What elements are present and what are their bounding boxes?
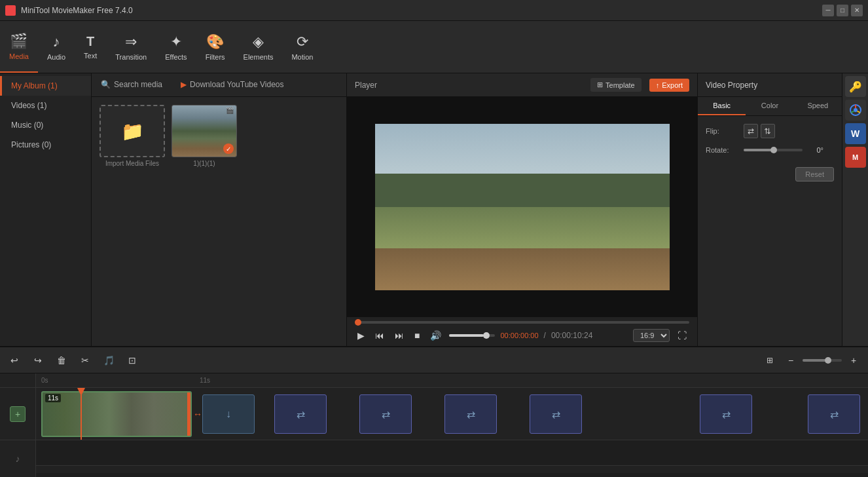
import-folder-icon: 📁 — [121, 121, 144, 142]
transition-block-7[interactable]: ⇄ — [808, 394, 860, 434]
prev-frame-button[interactable]: ⏮ — [372, 329, 387, 342]
zoom-slider[interactable] — [803, 359, 842, 362]
video-clip-thumb[interactable]: 🎬 ✓ — [172, 105, 237, 157]
clip-resize-handle[interactable] — [187, 392, 191, 436]
sidebar-item-music[interactable]: Music (0) — [0, 115, 91, 135]
toolbar-effects[interactable]: ✦ Effects — [156, 21, 196, 73]
template-button[interactable]: ⊞ Template — [590, 78, 642, 92]
sidebar: My Album (1) Videos (1) Music (0) Pictur… — [0, 73, 92, 346]
play-button[interactable]: ▶ — [355, 329, 367, 342]
reset-button[interactable]: Reset — [795, 167, 834, 181]
timeline-scrollbar[interactable] — [36, 465, 868, 473]
toolbar-motion[interactable]: ⟳ Motion — [282, 21, 322, 73]
media-icon: 🎬 — [10, 33, 27, 50]
next-frame-button[interactable]: ⏭ — [392, 329, 407, 342]
flip-vertical-button[interactable]: ⇄ — [761, 124, 775, 138]
timeline-body: + ♪ 0s 11s 11s — [0, 373, 868, 477]
transition-block-4[interactable]: ⇄ — [444, 394, 497, 434]
os-icon-word[interactable]: W — [845, 123, 866, 144]
tab-speed[interactable]: Speed — [794, 97, 842, 115]
ruler-mark-11s: 11s — [200, 377, 210, 384]
transition-block-3[interactable]: ⇄ — [359, 394, 412, 434]
search-media-tab[interactable]: 🔍 Search media — [92, 73, 172, 96]
close-button[interactable]: ✕ — [851, 5, 863, 16]
transition-arrow-icon-7: ⇄ — [830, 408, 839, 421]
toolbar-elements-label: Elements — [244, 53, 274, 61]
svg-line-4 — [851, 111, 854, 113]
flip-horizontal-button[interactable]: ⇄ — [744, 124, 758, 138]
download-youtube-label: Download YouTube Videos — [190, 80, 283, 89]
text-icon: T — [86, 34, 94, 49]
clip-label: 1)(1)(1) — [193, 160, 215, 167]
toolbar-transition[interactable]: ⇒ Transition — [106, 21, 156, 73]
export-button[interactable]: ↑ Export — [649, 79, 689, 92]
audio-button[interactable]: 🎵 — [99, 351, 118, 370]
crop-button[interactable]: ⊡ — [123, 351, 141, 370]
rotate-row: Rotate: 0° — [706, 146, 834, 154]
aspect-ratio-select[interactable]: 16:9 9:16 1:1 4:3 — [633, 329, 670, 342]
template-icon: ⊞ — [597, 81, 603, 89]
player-title: Player — [355, 81, 377, 90]
video-canvas — [375, 124, 670, 290]
stop-button[interactable]: ■ — [412, 329, 422, 342]
transition-block-6[interactable]: ⇄ — [700, 394, 752, 434]
seekbar[interactable] — [355, 321, 689, 324]
cut-button[interactable]: ✂ — [76, 351, 94, 370]
video-track-header: + — [0, 388, 35, 440]
video-clip[interactable]: 11s — [41, 391, 192, 437]
filters-icon: 🎨 — [206, 33, 224, 50]
properties-header: Video Property — [698, 73, 842, 97]
os-icon-chrome[interactable] — [845, 100, 866, 121]
download-youtube-tab[interactable]: ▶ Download YouTube Videos — [172, 73, 293, 96]
rotate-slider[interactable] — [744, 149, 803, 151]
transition-block-5[interactable]: ⇄ — [530, 394, 582, 434]
controls-row: ▶ ⏮ ⏭ ■ 🔊 00:00:00:00 / 00:00:10:24 16:9… — [355, 329, 689, 342]
tab-color[interactable]: Color — [746, 97, 793, 115]
svg-line-3 — [857, 111, 860, 113]
app-title: MiniTool MovieMaker Free 7.4.0 — [21, 6, 817, 15]
resize-cursor-icon: ↔ — [193, 409, 202, 419]
os-icon-key[interactable]: 🔑 — [845, 76, 866, 97]
fullscreen-button[interactable]: ⛶ — [675, 329, 689, 342]
toolbar-media-label: Media — [9, 52, 29, 60]
toolbar-media[interactable]: 🎬 Media — [0, 21, 38, 73]
zoom-controls: ⊞ − + — [761, 351, 863, 370]
svg-point-1 — [854, 108, 858, 112]
tab-basic[interactable]: Basic — [698, 97, 746, 115]
redo-button[interactable]: ↪ — [29, 351, 47, 370]
time-current: 00:00:00:00 — [500, 332, 538, 339]
time-total: 00:00:10:24 — [551, 331, 592, 340]
flip-controls: ⇄ ⇄ — [744, 124, 775, 138]
zoom-out-button[interactable]: − — [782, 351, 800, 370]
sidebar-item-pictures[interactable]: Pictures (0) — [0, 135, 91, 155]
volume-slider[interactable] — [449, 334, 495, 337]
export-icon: ↑ — [656, 81, 660, 89]
toolbar-filters[interactable]: 🎨 Filters — [196, 21, 234, 73]
add-clip-button[interactable]: + — [10, 406, 26, 422]
toolbar-elements[interactable]: ◈ Elements — [234, 21, 283, 73]
transition-icon: ⇒ — [125, 33, 137, 50]
properties-tabs: Basic Color Speed — [698, 97, 842, 116]
player-header: Player ⊞ Template ↑ Export — [347, 73, 697, 97]
volume-button[interactable]: 🔊 — [427, 329, 444, 342]
toolbar-audio[interactable]: ♪ Audio — [38, 21, 75, 73]
import-media-button[interactable]: 📁 — [99, 105, 165, 157]
toolbar-text[interactable]: T Text — [75, 21, 106, 73]
zoom-fit-button[interactable]: ⊞ — [761, 351, 779, 370]
delete-button[interactable]: 🗑 — [52, 351, 71, 370]
transition-block-2[interactable]: ⇄ — [274, 394, 327, 434]
transition-down-icon: ↓ — [226, 408, 231, 420]
media-panel: 🔍 Search media ▶ Download YouTube Videos… — [92, 73, 347, 346]
properties-panel: Video Property Basic Color Speed Flip: ⇄… — [698, 73, 842, 346]
sidebar-item-myalbum[interactable]: My Album (1) — [0, 76, 91, 96]
playhead[interactable] — [81, 388, 82, 440]
transition-block-1[interactable]: ↓ — [202, 394, 255, 434]
os-icon-app[interactable]: M — [845, 147, 866, 168]
sidebar-item-videos[interactable]: Videos (1) — [0, 96, 91, 115]
zoom-in-button[interactable]: + — [844, 351, 863, 370]
audio-track-header: ♪ — [0, 440, 35, 477]
minimize-button[interactable]: ─ — [822, 5, 834, 16]
maximize-button[interactable]: □ — [837, 5, 848, 16]
undo-button[interactable]: ↩ — [5, 351, 24, 370]
toolbar-effects-label: Effects — [165, 53, 187, 61]
